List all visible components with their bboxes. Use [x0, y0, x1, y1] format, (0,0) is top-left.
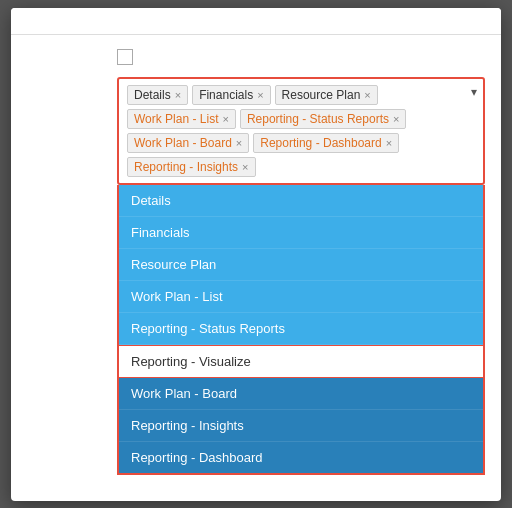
modal-body: Details×Financials×Resource Plan×Work Pl…: [11, 35, 501, 501]
tab-chip-reporting-insights: Reporting - Insights×: [127, 157, 256, 177]
chip-label-details: Details: [134, 88, 171, 102]
dropdown-item-dd-reporting-status[interactable]: Reporting - Status Reports: [119, 313, 483, 345]
dropdown-list: DetailsFinancialsResource PlanWork Plan …: [117, 185, 485, 475]
dropdown-wrapper: DetailsFinancialsResource PlanWork Plan …: [117, 185, 485, 475]
chip-remove-details[interactable]: ×: [175, 89, 181, 101]
modal: Details×Financials×Resource Plan×Work Pl…: [11, 8, 501, 501]
dropdown-item-dd-resource-plan[interactable]: Resource Plan: [119, 249, 483, 281]
tabs-label: [27, 77, 117, 80]
chip-remove-reporting-insights[interactable]: ×: [242, 161, 248, 173]
tab-chip-work-plan-board: Work Plan - Board×: [127, 133, 249, 153]
dropdown-item-dd-work-plan-board[interactable]: Work Plan - Board: [119, 378, 483, 410]
dropdown-item-dd-reporting-insights[interactable]: Reporting - Insights: [119, 410, 483, 442]
chip-remove-work-plan-board[interactable]: ×: [236, 137, 242, 149]
chip-label-financials: Financials: [199, 88, 253, 102]
gate-row: [27, 49, 485, 65]
tab-chip-reporting-dashboard: Reporting - Dashboard×: [253, 133, 399, 153]
chip-remove-financials[interactable]: ×: [257, 89, 263, 101]
tabs-row: Details×Financials×Resource Plan×Work Pl…: [27, 77, 485, 475]
tab-chip-financials: Financials×: [192, 85, 270, 105]
dropdown-item-dd-work-plan-list[interactable]: Work Plan - List: [119, 281, 483, 313]
tab-chip-details: Details×: [127, 85, 188, 105]
chip-label-reporting-dashboard: Reporting - Dashboard: [260, 136, 381, 150]
chip-remove-resource-plan[interactable]: ×: [364, 89, 370, 101]
chip-label-work-plan-board: Work Plan - Board: [134, 136, 232, 150]
chip-remove-reporting-status[interactable]: ×: [393, 113, 399, 125]
dropdown-arrow-icon[interactable]: ▾: [471, 85, 477, 99]
dropdown-item-dd-reporting-dashboard[interactable]: Reporting - Dashboard: [119, 442, 483, 473]
chip-label-resource-plan: Resource Plan: [282, 88, 361, 102]
tabs-form-control: Details×Financials×Resource Plan×Work Pl…: [117, 77, 485, 475]
tab-search-input[interactable]: [260, 157, 264, 177]
chip-label-work-plan-list: Work Plan - List: [134, 112, 218, 126]
modal-header: [11, 8, 501, 35]
chip-label-reporting-status: Reporting - Status Reports: [247, 112, 389, 126]
tab-chip-resource-plan: Resource Plan×: [275, 85, 378, 105]
tab-chip-work-plan-list: Work Plan - List×: [127, 109, 236, 129]
dropdown-item-dd-reporting-visualize[interactable]: Reporting - Visualize: [118, 345, 484, 378]
chip-remove-reporting-dashboard[interactable]: ×: [386, 137, 392, 149]
tabs-container[interactable]: Details×Financials×Resource Plan×Work Pl…: [117, 77, 485, 185]
chip-remove-work-plan-list[interactable]: ×: [222, 113, 228, 125]
close-button[interactable]: [477, 20, 485, 24]
dropdown-item-dd-details[interactable]: Details: [119, 185, 483, 217]
gate-label: [27, 49, 117, 52]
dropdown-item-dd-financials[interactable]: Financials: [119, 217, 483, 249]
chip-label-reporting-insights: Reporting - Insights: [134, 160, 238, 174]
gate-checkbox[interactable]: [117, 49, 133, 65]
tab-chip-reporting-status: Reporting - Status Reports×: [240, 109, 407, 129]
